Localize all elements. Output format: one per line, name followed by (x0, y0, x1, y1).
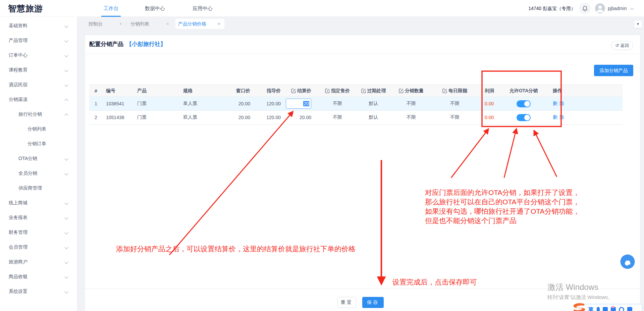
tab-product-dist-price[interactable]: 产品分销价格 × (175, 19, 224, 29)
header-spec: 规格 (180, 88, 228, 94)
sidebar-item-member-mgmt[interactable]: 会员管理 (0, 240, 77, 254)
tab-label: 分销列表 (130, 19, 149, 29)
sidebar-item-ota-dist[interactable]: OTA分销 (0, 151, 77, 166)
save-button[interactable]: 保存 (362, 297, 384, 308)
delete-link[interactable]: 删除 (553, 114, 566, 120)
sidebar-item-label: 业务报表 (9, 215, 28, 220)
reset-button[interactable]: 重置 (337, 297, 356, 308)
ota-toggle-on[interactable] (517, 114, 531, 121)
sidebar-item-label: 分销列表 (28, 126, 46, 132)
header-daily-limit: 每日限额 (433, 88, 477, 94)
toggle-knob (524, 115, 530, 120)
toolbar-icon[interactable] (597, 307, 600, 311)
sidebar-item-supplier-mgmt[interactable]: 供应商管理 (0, 180, 77, 195)
sidebar-item-basic-data[interactable]: 基础资料 (0, 18, 77, 33)
toolbar-icon[interactable] (627, 307, 632, 311)
header-allow-ota: 允许OTA分销 (503, 88, 544, 94)
sidebar-item-travel-agency-dist[interactable]: 旅行社分销 (0, 107, 77, 121)
delete-link[interactable]: 删除 (553, 101, 566, 107)
close-icon[interactable]: × (119, 19, 122, 29)
header-guide-price: 指导价 (250, 88, 282, 94)
undo-icon: ↺ (615, 43, 619, 48)
cell-daily-limit[interactable]: 不限 (433, 101, 477, 107)
sidebar-item-dist-channel[interactable]: 分销渠道 (0, 92, 77, 107)
sidebar-item-tourism-merchant[interactable]: 旅游商户 (0, 254, 77, 269)
table-row: 2 1051438 门票 双人票 20.00 120.00 20.00 不限 默… (89, 111, 623, 124)
nav-data-center[interactable]: 数据中心 (145, 0, 165, 17)
sidebar-item-goods-cashier[interactable]: 商品收银 (0, 269, 77, 284)
page-title-text: 配置分销产品 (89, 41, 123, 47)
header-actions: 操作 (544, 88, 623, 94)
tab-dist-list[interactable]: 分销列表 × (130, 19, 169, 29)
header-product: 产品 (133, 88, 180, 94)
sidebar-item-hotel[interactable]: 酒店民宿 (0, 77, 77, 92)
tab-separator: | (125, 19, 126, 29)
dropdown-arrow-icon: ▼ (636, 22, 640, 26)
account-info: 14740 彭嘉宝（专用） (528, 0, 576, 17)
sidebar-item-dist-orders[interactable]: 分销订单 (0, 136, 77, 151)
user-avatar[interactable] (595, 3, 605, 13)
cell-spec: 单人票 (180, 101, 228, 107)
table-row: 1 1038541 门票 单人票 20.00 120.00 20 不限 默认 不… (89, 97, 623, 111)
toolbar-icon[interactable] (619, 307, 624, 311)
chevron-up-icon (64, 99, 68, 102)
tab-label: 产品分销价格 (178, 19, 206, 29)
toolbar-logo-icon (572, 302, 587, 311)
bell-icon (582, 6, 588, 11)
close-icon[interactable]: × (166, 19, 169, 29)
toolbar-icon[interactable] (603, 307, 608, 311)
chevron-down-icon (64, 216, 68, 219)
cell-settle-price: 20 (282, 99, 317, 109)
cell-settle-price[interactable]: 20.00 (282, 115, 317, 120)
cell-expire-handle[interactable]: 默认 (358, 101, 389, 107)
nav-app-center[interactable]: 应用中心 (192, 0, 213, 17)
header-dist-qty: 分销数量 (389, 88, 433, 94)
edit-icon (361, 89, 366, 93)
toolbar-icon[interactable] (611, 307, 616, 311)
cell-profit: 0.00 (477, 101, 503, 106)
ota-toggle-on[interactable] (517, 100, 531, 107)
notification-bell-button[interactable] (579, 3, 591, 14)
close-icon[interactable]: × (218, 19, 220, 29)
cell-dist-qty[interactable]: 不限 (389, 101, 433, 107)
cell-window-price: 20.00 (228, 101, 250, 106)
divider (85, 289, 640, 289)
sidebar-item-everyone-dist[interactable]: 全员分销 (0, 166, 77, 180)
cell-dist-qty[interactable]: 不限 (389, 114, 433, 120)
cell-assigned-price[interactable]: 不限 (317, 114, 358, 120)
sidebar-item-label: 订单中心 (9, 52, 28, 58)
customer-service-button[interactable] (620, 254, 635, 269)
header-code: 编号 (103, 88, 133, 94)
chevron-down-icon[interactable] (630, 6, 634, 10)
sidebar-item-online-mall[interactable]: 线上商城 (0, 195, 77, 210)
back-button[interactable]: ↺ 返回 (611, 41, 633, 50)
sidebar-menu: 基础资料 产品管理 订单中心 课程教育 酒店民宿 分销渠道 旅行社分销 分销列表… (0, 17, 77, 311)
sidebar-item-dist-list[interactable]: 分销列表 (0, 121, 77, 136)
nav-workbench[interactable]: 工作台 (101, 0, 121, 17)
sidebar-item-system-settings[interactable]: 系统设置 (0, 284, 77, 299)
edit-icon (325, 89, 330, 93)
settle-price-input[interactable]: 20 (286, 99, 311, 109)
tab-console[interactable]: 控制台 × (89, 19, 122, 29)
add-dist-product-button[interactable]: 添加分销产品 (594, 65, 633, 76)
cell-daily-limit[interactable]: 不限 (433, 114, 477, 120)
tab-list-dropdown-button[interactable]: ▼ (634, 20, 642, 28)
sidebar-item-label: 供应商管理 (18, 185, 42, 191)
app-logo: 智慧旅游 (8, 0, 43, 17)
sidebar-item-label: OTA分销 (18, 156, 37, 161)
cell-expire-handle[interactable]: 默认 (358, 114, 389, 120)
sidebar-item-label: 系统设置 (9, 289, 28, 294)
cell-spec: 双人票 (180, 114, 228, 120)
top-bar: 智慧旅游 工作台 数据中心 应用中心 14740 彭嘉宝（专用） pjbadmi… (0, 0, 644, 17)
sidebar-item-order-center[interactable]: 订单中心 (0, 48, 77, 62)
cell-assigned-price[interactable]: 不限 (317, 101, 358, 107)
sidebar-item-product-mgmt[interactable]: 产品管理 (0, 33, 77, 48)
sidebar-item-finance-mgmt[interactable]: 财务管理 (0, 225, 77, 240)
username-label[interactable]: pjbadmin (608, 0, 627, 17)
sidebar-item-label: 财务管理 (9, 229, 28, 235)
mini-toolbar[interactable]: 薯 (574, 304, 642, 311)
chevron-down-icon (64, 260, 68, 264)
sidebar-item-course-edu[interactable]: 课程教育 (0, 62, 77, 77)
chevron-down-icon (64, 171, 68, 175)
sidebar-item-business-report[interactable]: 业务报表 (0, 210, 77, 225)
